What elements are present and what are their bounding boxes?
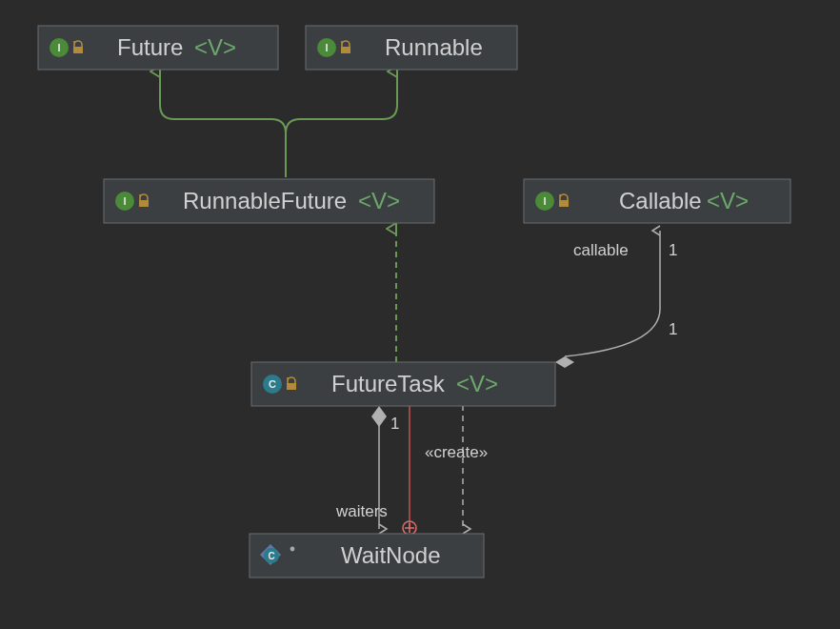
class-icon: C <box>269 378 276 390</box>
package-private-icon <box>290 547 295 552</box>
label-callable-mult-bot: 1 <box>669 320 677 338</box>
node-callable-name: Callable <box>619 188 702 213</box>
node-callable-generic: <V> <box>707 188 749 213</box>
label-create: «create» <box>425 443 488 461</box>
node-futuretask-name: FutureTask <box>331 371 446 396</box>
interface-icon: I <box>325 42 328 53</box>
node-waitnode[interactable]: C WaitNode <box>250 534 484 578</box>
label-waiters-role: waiters <box>335 502 388 520</box>
interface-icon: I <box>543 195 546 207</box>
svg-rect-5 <box>341 47 350 53</box>
node-runnablefuture[interactable]: I RunnableFuture <V> <box>104 179 434 223</box>
svg-rect-8 <box>139 200 149 207</box>
label-callable-mult-top: 1 <box>669 241 677 259</box>
node-futuretask[interactable]: C FutureTask <V> <box>251 362 555 406</box>
label-callable-role: callable <box>573 241 629 259</box>
interface-icon: I <box>123 195 126 207</box>
diamond-waitnode <box>371 406 387 427</box>
node-futuretask-generic: <V> <box>456 371 498 396</box>
node-callable[interactable]: I Callable <V> <box>524 179 790 223</box>
node-future-name: Future <box>117 34 183 60</box>
node-future[interactable]: I Future <V> <box>38 26 278 70</box>
interface-icon: I <box>57 42 60 53</box>
node-runnable-name: Runnable <box>385 34 483 60</box>
node-runnablefuture-name: RunnableFuture <box>183 188 347 213</box>
diamond-callable <box>555 356 574 368</box>
svg-rect-14 <box>287 383 296 390</box>
label-waiters-mult: 1 <box>390 415 399 433</box>
node-runnable[interactable]: I Runnable <box>306 26 517 70</box>
node-runnablefuture-generic: <V> <box>358 188 400 213</box>
svg-text:C: C <box>268 551 274 561</box>
svg-rect-11 <box>559 200 569 207</box>
node-future-generic: <V> <box>194 34 236 60</box>
node-waitnode-name: WaitNode <box>341 542 440 568</box>
inherit-runnablefuture-runnable <box>286 71 397 177</box>
svg-rect-2 <box>73 47 83 53</box>
inherit-runnablefuture-future <box>160 71 286 177</box>
